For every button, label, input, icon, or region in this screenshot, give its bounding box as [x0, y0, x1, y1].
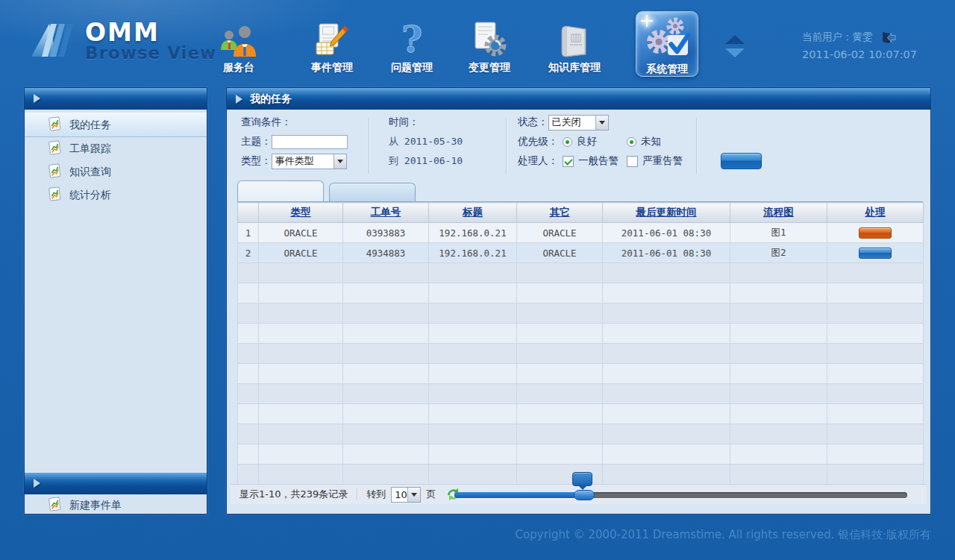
nav-item-system-mgmt[interactable]: 系统管理 — [636, 11, 698, 77]
column-header-3[interactable]: 标题 — [429, 203, 517, 223]
main-panel: 我的任务 查询条件： 主题： 类型： 事件类型 — [226, 87, 931, 515]
pagination-bar: 显示1-10，共239条记录 转到 10 页 — [231, 484, 927, 504]
cell-flow-link[interactable]: 图2 — [730, 243, 827, 263]
page-select[interactable]: 10 — [391, 487, 421, 503]
query-conditions-label: 查询条件： — [241, 116, 292, 129]
radio-icon[interactable] — [563, 137, 572, 147]
table-row-empty — [238, 303, 924, 324]
arrow-right-icon — [34, 479, 40, 488]
result-tab-0[interactable] — [237, 180, 324, 201]
cell-flow-link[interactable]: 图1 — [730, 223, 827, 243]
slider-track[interactable] — [454, 492, 907, 498]
process-button[interactable] — [859, 227, 892, 239]
table-header-row: 类型工单号标题其它最后更新时间流程图处理 — [238, 203, 924, 223]
type-select[interactable]: 事件类型 — [272, 154, 347, 169]
chevron-down-icon[interactable] — [725, 48, 745, 57]
status-select[interactable]: 已关闭 — [548, 115, 609, 130]
search-button[interactable] — [721, 153, 762, 169]
arrow-right-icon — [236, 95, 242, 104]
cell-updated: 2011-06-01 08:30 — [603, 243, 730, 263]
nav-item-label: 事件管理 — [290, 61, 374, 75]
doc-chart-icon — [47, 497, 63, 515]
sidebar-item-new-incident[interactable]: 新建事件单 — [25, 494, 207, 516]
result-tab-1[interactable] — [329, 183, 416, 201]
handler-option-1[interactable]: 严重告警 — [627, 154, 691, 168]
column-header-1[interactable]: 类型 — [259, 203, 343, 223]
cell-type: ORACLE — [259, 223, 343, 243]
divider — [696, 119, 697, 174]
doc-chart-icon — [47, 186, 63, 204]
sidebar-item-2[interactable]: 知识查询 — [25, 160, 207, 183]
cell-index: 1 — [238, 223, 259, 243]
divider — [506, 119, 507, 174]
cell-other: ORACLE — [517, 243, 603, 263]
nav-collapse-control[interactable] — [724, 35, 746, 57]
option-label: 严重告警 — [642, 154, 683, 168]
sidebar-item-0[interactable]: 我的任务 — [25, 113, 207, 137]
result-tabs — [237, 180, 921, 201]
sidebar-item-1[interactable]: 工单跟踪 — [25, 137, 207, 160]
problem-mgmt-icon: ? — [370, 18, 454, 58]
arrow-right-icon — [34, 94, 40, 103]
sidebar-header — [25, 88, 207, 110]
sidebar-item-label: 知识查询 — [69, 166, 111, 179]
table-row-2[interactable]: 2ORACLE4934883192.168.0.21ORACLE2011-06-… — [238, 243, 924, 263]
nav-item-label: 问题管理 — [370, 61, 454, 75]
cell-index: 2 — [238, 243, 259, 263]
nav-item-problem-mgmt[interactable]: ?问题管理 — [370, 18, 454, 75]
table-row-empty — [238, 263, 924, 283]
logo: OMM Browse View — [30, 19, 216, 63]
cell-process — [827, 243, 924, 263]
column-header-6[interactable]: 流程图 — [730, 203, 827, 223]
dropdown-arrow-icon[interactable] — [595, 116, 608, 130]
sidebar-item-label: 统计分析 — [69, 189, 111, 202]
change-mgmt-icon — [448, 18, 531, 58]
handler-option-0[interactable]: 一般告警 — [563, 154, 627, 168]
slider-handle[interactable] — [574, 490, 595, 500]
cell-order-no: 0393883 — [343, 223, 429, 243]
system-mgmt-icon — [636, 16, 698, 60]
cell-updated: 2011-06-01 08:30 — [603, 223, 730, 243]
nav-item-incident-mgmt[interactable]: 事件管理 — [290, 18, 374, 75]
table-row-empty — [238, 404, 924, 424]
slider-tooltip — [572, 472, 592, 486]
date-to: 到 2011-06-10 — [389, 154, 463, 168]
nav-item-change-mgmt[interactable]: 变更管理 — [448, 18, 531, 75]
radio-icon[interactable] — [627, 137, 636, 147]
logout-icon[interactable] — [882, 31, 896, 44]
table-row-empty — [238, 444, 924, 465]
table-row-1[interactable]: 1ORACLE0393883192.168.0.21ORACLE2011-06-… — [238, 223, 924, 243]
handler-label: 处理人： — [518, 154, 558, 168]
cell-process — [827, 223, 924, 243]
checkbox-icon[interactable] — [563, 156, 574, 167]
sidebar: 我的任务 工单跟踪 知识查询 统计分析 新建事件单 — [24, 87, 207, 515]
priority-option-1[interactable]: 未知 — [627, 135, 691, 148]
column-header-5[interactable]: 最后更新时间 — [603, 203, 730, 223]
user-info: 当前用户：黄雯 2011-06-02 10:07:07 — [802, 29, 917, 60]
nav-item-knowledge-base[interactable]: 知识库管理 — [533, 18, 616, 75]
slider-fill — [454, 492, 587, 498]
subject-input[interactable] — [272, 135, 348, 149]
column-header-2[interactable]: 工单号 — [343, 203, 429, 223]
table-row-empty — [238, 384, 924, 404]
nav-item-service-desk[interactable]: 服务台 — [197, 18, 281, 75]
page-select-value: 10 — [392, 489, 407, 500]
sidebar-item-3[interactable]: 统计分析 — [25, 183, 207, 207]
sidebar-bottom-header — [25, 473, 207, 494]
priority-option-0[interactable]: 良好 — [563, 135, 627, 148]
dropdown-arrow-icon[interactable] — [334, 154, 346, 169]
checkbox-icon[interactable] — [627, 156, 638, 167]
column-header-7[interactable]: 处理 — [827, 203, 924, 223]
cell-title: 192.168.0.21 — [429, 243, 517, 263]
sidebar-item-label: 我的任务 — [69, 119, 111, 132]
nav-item-label: 知识库管理 — [533, 61, 616, 75]
dropdown-arrow-icon[interactable] — [407, 488, 420, 502]
page-slider[interactable] — [454, 485, 907, 505]
divider — [369, 119, 369, 174]
time-label: 时间： — [389, 116, 419, 129]
process-button[interactable] — [859, 248, 892, 259]
option-label: 一般告警 — [578, 154, 619, 168]
search-panel: 查询条件： 主题： 类型： 事件类型 时间： 从 2011-05-30 到 20… — [231, 113, 927, 180]
column-header-4[interactable]: 其它 — [517, 203, 603, 223]
chevron-up-icon[interactable] — [725, 35, 745, 44]
